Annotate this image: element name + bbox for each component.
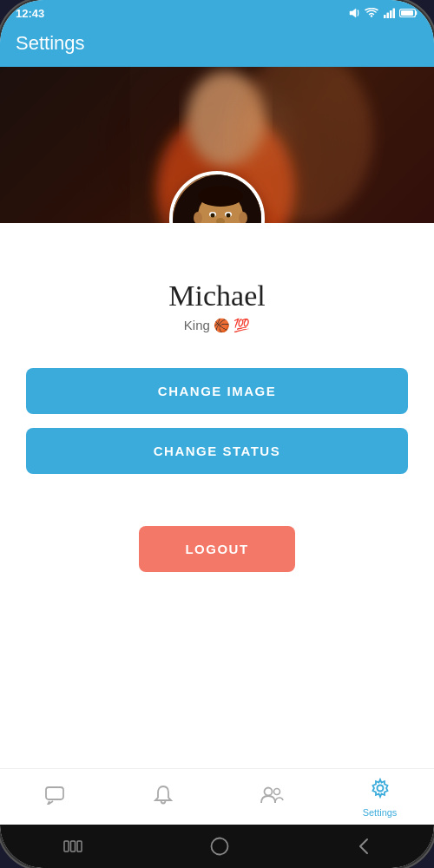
battery-icon [399,8,418,20]
svg-point-28 [273,789,279,795]
main-content: Michael King 🏀 💯 CHANGE IMAGE CHANGE STA… [0,223,434,768]
svg-rect-31 [71,841,76,852]
svg-point-17 [198,186,243,207]
signal-icon [383,8,395,20]
svg-rect-0 [384,15,386,18]
nav-item-notifications[interactable] [133,785,194,811]
change-status-button[interactable]: CHANGE STATUS [26,428,408,474]
wifi-icon [365,8,378,20]
bell-icon [154,785,173,811]
status-time: 12:43 [16,7,44,20]
system-bar [0,825,434,868]
settings-nav-label: Settings [363,807,398,818]
phone-screen: 12:43 [0,0,434,868]
app-header: Settings [0,23,434,67]
volume-icon [348,8,360,20]
chat-icon [44,786,65,810]
people-icon [260,786,284,810]
page-title: Settings [16,32,85,54]
avatar: 23 [169,171,265,223]
settings-icon [370,778,391,804]
home-button[interactable] [210,837,229,856]
bottom-nav: Settings [0,768,434,825]
svg-rect-9 [0,67,130,223]
cover-area: 23 [0,67,434,223]
nav-item-settings[interactable]: Settings [350,778,411,818]
status-bar: 12:43 [0,0,434,23]
logout-button[interactable]: LOGOUT [139,526,295,572]
status-icons [348,8,418,20]
svg-rect-1 [387,12,390,18]
status-text: King 🏀 💯 [184,318,250,333]
avatar-image: 23 [173,174,261,223]
action-buttons: CHANGE IMAGE CHANGE STATUS [0,368,434,474]
user-name: Michael [168,279,265,312]
svg-rect-32 [77,841,82,852]
recents-button[interactable] [63,840,82,852]
nav-item-chat[interactable] [24,786,85,810]
svg-point-33 [211,838,227,855]
svg-rect-30 [64,841,69,852]
phone-device: 12:43 [0,0,434,868]
svg-rect-3 [393,8,396,18]
svg-point-29 [377,786,383,792]
svg-point-21 [227,214,231,218]
back-button[interactable] [357,837,371,856]
svg-rect-26 [46,787,63,799]
svg-point-20 [211,214,215,218]
change-image-button[interactable]: CHANGE IMAGE [26,368,408,414]
avatar-container: 23 [169,171,265,223]
nav-item-contacts[interactable] [241,786,302,810]
svg-rect-2 [390,10,392,18]
svg-point-27 [264,788,272,796]
svg-rect-5 [401,10,413,16]
user-status: King 🏀 💯 [184,318,250,333]
avatar-art: 23 [173,174,265,223]
